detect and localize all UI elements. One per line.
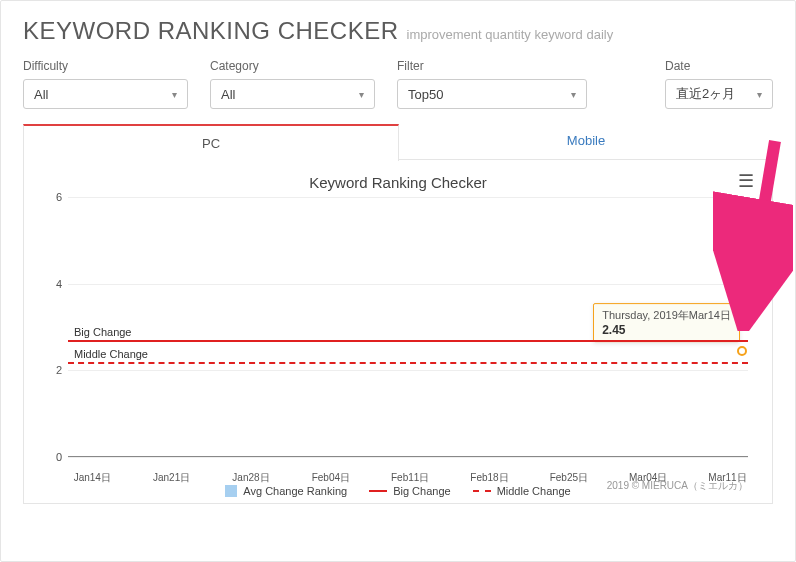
filter-value: Top50 xyxy=(408,87,443,102)
date-select[interactable]: 直近2ヶ月 ▾ xyxy=(665,79,773,109)
tooltip-value: 2.45 xyxy=(602,323,731,337)
page-subtitle: improvement quantity keyword daily xyxy=(407,27,614,42)
square-icon xyxy=(225,485,237,497)
difficulty-select[interactable]: All ▾ xyxy=(23,79,188,109)
big-change-line xyxy=(68,340,748,342)
tooltip-date: Thursday, 2019年Mar14日 xyxy=(602,308,731,323)
middle-change-line xyxy=(68,362,748,364)
filter-category: Category All ▾ xyxy=(210,59,375,109)
chevron-down-icon: ▾ xyxy=(359,89,364,100)
hover-marker xyxy=(737,346,747,356)
category-label: Category xyxy=(210,59,375,73)
category-select[interactable]: All ▾ xyxy=(210,79,375,109)
dash-icon xyxy=(473,490,491,492)
chart-tooltip: Thursday, 2019年Mar14日 2.45 xyxy=(593,303,740,342)
chevron-down-icon: ▾ xyxy=(757,89,762,100)
y-tick: 2 xyxy=(40,364,62,376)
device-tabs: PC Mobile xyxy=(23,123,773,160)
category-value: All xyxy=(221,87,235,102)
chevron-down-icon: ▾ xyxy=(172,89,177,100)
difficulty-label: Difficulty xyxy=(23,59,188,73)
header: KEYWORD RANKING CHECKER improvement quan… xyxy=(23,17,773,45)
filter-label: Filter xyxy=(397,59,587,73)
y-tick: 0 xyxy=(40,451,62,463)
date-value: 直近2ヶ月 xyxy=(676,85,735,103)
footer-credit: 2019 © MIERUCA（ミエルカ） xyxy=(607,479,748,493)
filter-date: Date 直近2ヶ月 ▾ xyxy=(665,59,773,109)
legend-big: Big Change xyxy=(369,485,451,497)
chart-menu-icon[interactable]: ☰ xyxy=(738,174,754,188)
line-icon xyxy=(369,490,387,492)
chevron-down-icon: ▾ xyxy=(571,89,576,100)
big-change-label: Big Change xyxy=(74,326,132,340)
chart-title: Keyword Ranking Checker xyxy=(38,174,758,191)
filter-topn: Filter Top50 ▾ xyxy=(397,59,587,109)
y-tick: 4 xyxy=(40,278,62,290)
date-label: Date xyxy=(665,59,773,73)
difficulty-value: All xyxy=(34,87,48,102)
y-tick: 6 xyxy=(40,191,62,203)
page-title: KEYWORD RANKING CHECKER xyxy=(23,17,399,45)
app-card: KEYWORD RANKING CHECKER improvement quan… xyxy=(0,0,796,562)
middle-change-label: Middle Change xyxy=(74,348,148,362)
chart-pane: Keyword Ranking Checker ☰ Jan14日Jan21日Ja… xyxy=(23,160,773,504)
tab-pc[interactable]: PC xyxy=(23,124,399,161)
filter-bar: Difficulty All ▾ Category All ▾ Filter T… xyxy=(23,59,773,109)
legend-mid: Middle Change xyxy=(473,485,571,497)
tab-mobile[interactable]: Mobile xyxy=(399,123,773,160)
filter-select[interactable]: Top50 ▾ xyxy=(397,79,587,109)
filter-difficulty: Difficulty All ▾ xyxy=(23,59,188,109)
legend-avg: Avg Change Ranking xyxy=(225,485,347,497)
plot-area: Jan14日Jan21日Jan28日Feb04日Feb11日Feb18日Feb2… xyxy=(68,197,748,457)
